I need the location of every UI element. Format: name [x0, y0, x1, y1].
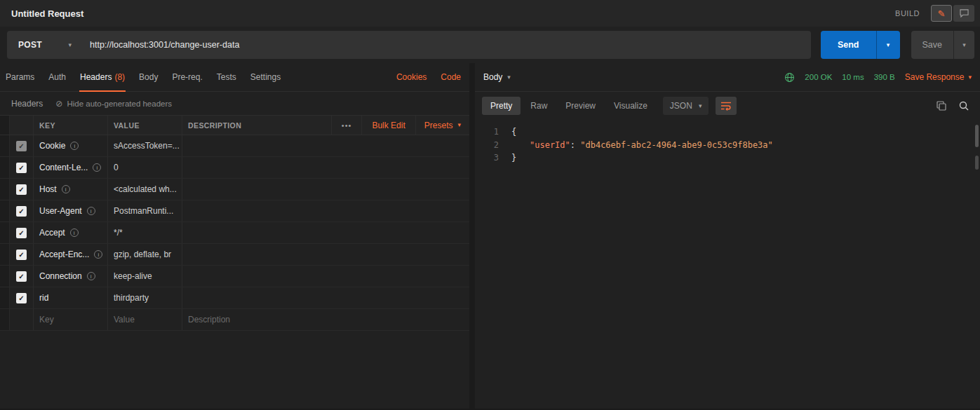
check-icon: ✓ — [18, 273, 24, 280]
header-description[interactable] — [182, 200, 469, 221]
tab-params[interactable]: Params — [0, 63, 41, 91]
response-format-dropdown[interactable]: JSON ▾ — [663, 97, 709, 115]
new-header-row[interactable]: Key Value Description — [0, 309, 469, 331]
headers-table: KEY VALUE DESCRIPTION ••• Bulk Edit Pres… — [0, 115, 469, 331]
header-value[interactable]: 0 — [114, 163, 119, 172]
header-value[interactable]: */* — [114, 228, 123, 238]
header-key[interactable]: Accept-Enc... — [39, 250, 89, 259]
response-body-dropdown[interactable]: Body ▾ — [483, 72, 511, 82]
table-row[interactable]: ✓ Hosti <calculated wh... — [0, 179, 469, 200]
header-key[interactable]: rid — [39, 293, 48, 303]
wrap-text-button[interactable] — [716, 97, 737, 115]
header-key[interactable]: User-Agent — [39, 206, 82, 216]
row-checkbox[interactable]: ✓ — [16, 293, 27, 303]
copy-response-button[interactable] — [937, 101, 946, 111]
request-pane: Params Auth Headers (8) Body Pre-req. Te… — [0, 63, 469, 410]
chevron-down-icon: ▾ — [962, 42, 966, 48]
search-icon — [959, 101, 969, 111]
row-checkbox[interactable]: ✓ — [16, 184, 27, 195]
bulk-edit-link[interactable]: Bulk Edit — [361, 116, 415, 135]
cookies-link[interactable]: Cookies — [396, 72, 427, 82]
header-value[interactable]: gzip, deflate, br — [114, 250, 171, 259]
view-tab-raw[interactable]: Raw — [522, 97, 556, 115]
more-options-icon[interactable]: ••• — [331, 116, 362, 135]
table-row[interactable]: ✓ Accept-Enc...i gzip, deflate, br — [0, 244, 469, 266]
search-response-button[interactable] — [959, 101, 969, 111]
row-drag-gutter — [0, 157, 10, 178]
tab-auth[interactable]: Auth — [41, 63, 73, 91]
tab-tests[interactable]: Tests — [210, 63, 243, 91]
pane-splitter[interactable] — [469, 63, 475, 410]
header-key[interactable]: Content-Le... — [39, 163, 88, 172]
header-description[interactable] — [182, 222, 469, 243]
scrollbar-thumb[interactable] — [975, 156, 979, 170]
send-button[interactable]: Send — [821, 31, 876, 59]
status-code[interactable]: 200 OK — [805, 73, 832, 81]
view-tab-visualize[interactable]: Visualize — [605, 97, 656, 115]
row-checkbox[interactable]: ✓ — [16, 206, 27, 217]
header-description[interactable] — [182, 287, 469, 308]
tab-label: Pre-req. — [172, 72, 202, 82]
save-response-dropdown[interactable]: Save Response ▾ — [905, 72, 972, 82]
select-all-cell — [10, 116, 34, 135]
topbar-actions: BUILD ✎ — [895, 5, 974, 22]
check-icon: ✓ — [18, 229, 24, 237]
table-row[interactable]: ✓ Connectioni keep-alive — [0, 266, 469, 287]
row-checkbox[interactable]: ✓ — [16, 228, 27, 238]
header-key[interactable]: Host — [39, 184, 57, 194]
key-placeholder[interactable]: Key — [39, 315, 54, 324]
tab-body[interactable]: Body — [132, 63, 165, 91]
tab-label: Tests — [217, 72, 236, 82]
header-key[interactable]: Connection — [39, 271, 82, 281]
save-button[interactable]: Save — [911, 31, 954, 59]
response-view-toolbar: Pretty Raw Preview Visualize JSON ▾ — [475, 92, 980, 120]
table-row[interactable]: ✓ Content-Le...i 0 — [0, 157, 469, 179]
header-description[interactable] — [182, 266, 469, 287]
row-checkbox[interactable]: ✓ — [16, 271, 27, 282]
header-key[interactable]: Accept — [39, 228, 65, 238]
row-checkbox[interactable]: ✓ — [16, 250, 27, 260]
view-tab-pretty[interactable]: Pretty — [482, 97, 521, 115]
header-description[interactable] — [182, 179, 469, 200]
tab-label: Params — [6, 72, 34, 82]
header-description[interactable] — [182, 157, 469, 178]
response-time[interactable]: 10 ms — [842, 73, 864, 81]
response-size[interactable]: 390 B — [874, 73, 895, 81]
response-body-editor[interactable]: 1 { 2 "userId": "db4c6ebf-abc2-4964-abe9… — [475, 120, 980, 410]
send-options-button[interactable]: ▾ — [876, 31, 900, 59]
edit-request-button[interactable]: ✎ — [931, 5, 952, 22]
code-link[interactable]: Code — [441, 72, 461, 82]
presets-dropdown[interactable]: Presets ▾ — [415, 116, 469, 135]
value-placeholder[interactable]: Value — [114, 315, 135, 324]
table-row[interactable]: ✓ rid thirdparty — [0, 287, 469, 309]
header-value[interactable]: keep-alive — [114, 271, 152, 281]
scrollbar-thumb[interactable] — [975, 125, 979, 147]
tab-headers[interactable]: Headers (8) — [73, 63, 132, 91]
row-checkbox[interactable]: ✓ — [16, 141, 27, 151]
save-options-button[interactable]: ▾ — [953, 31, 974, 59]
hide-autogenerated-toggle[interactable]: ⊘ Hide auto-generated headers — [55, 99, 172, 109]
header-value[interactable]: <calculated wh... — [114, 184, 177, 194]
header-value[interactable]: PostmanRunti... — [114, 206, 173, 216]
method-label: POST — [18, 40, 42, 50]
headers-section-title: Headers — [11, 99, 43, 109]
url-input[interactable] — [80, 40, 811, 50]
tab-settings[interactable]: Settings — [243, 63, 288, 91]
description-placeholder[interactable]: Description — [188, 315, 230, 324]
row-checkbox[interactable]: ✓ — [16, 163, 27, 173]
view-tab-preview[interactable]: Preview — [557, 97, 604, 115]
chevron-down-icon: ▾ — [457, 122, 461, 128]
table-row[interactable]: ✓ User-Agenti PostmanRunti... — [0, 200, 469, 222]
header-description[interactable] — [182, 244, 469, 265]
header-value[interactable]: thirdparty — [114, 293, 149, 303]
table-row[interactable]: ✓ Cookiei sAccessToken=... — [0, 135, 469, 157]
method-select[interactable]: POST ▾ — [7, 40, 80, 50]
header-key[interactable]: Cookie — [39, 141, 65, 151]
header-value[interactable]: sAccessToken=... — [114, 141, 180, 151]
table-row[interactable]: ✓ Accepti */* — [0, 222, 469, 244]
header-description[interactable] — [182, 135, 469, 156]
comment-button[interactable] — [953, 5, 974, 22]
tab-prerequest[interactable]: Pre-req. — [165, 63, 209, 91]
network-icon — [784, 72, 795, 83]
table-actions: ••• Bulk Edit Presets ▾ — [331, 116, 469, 135]
